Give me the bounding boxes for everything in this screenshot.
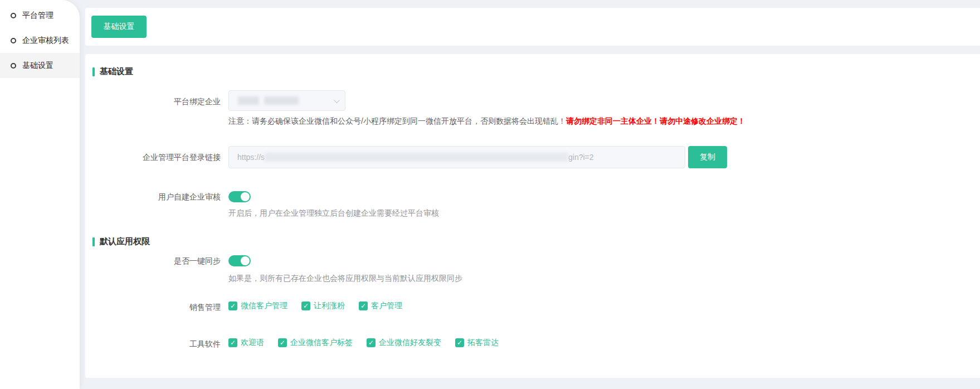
note-warning-text: 请勿绑定非同一主体企业！请勿中途修改企业绑定！	[566, 116, 745, 125]
checkbox-label: 客户管理	[371, 301, 402, 311]
checkbox-checked-icon: ✓	[278, 338, 287, 347]
tool-software-options: ✓ 欢迎语 ✓ 企业微信客户标签 ✓ 企业微信好友裂变 ✓ 拓客雷达	[228, 338, 499, 348]
circle-icon	[11, 63, 16, 69]
section-marker-bar	[92, 237, 95, 246]
redacted-text	[265, 153, 568, 162]
one-key-sync-toggle[interactable]	[228, 255, 251, 266]
login-link-label: 企业管理平台登录链接	[92, 152, 221, 163]
tab-bar: 基础设置	[85, 8, 980, 46]
link-suffix: gin?i=2	[568, 153, 594, 162]
checkbox-label: 企业微信客户标签	[290, 338, 353, 348]
checkbox-option[interactable]: ✓ 让利涨粉	[301, 301, 345, 311]
section-title: 基础设置	[100, 66, 133, 77]
checkbox-checked-icon: ✓	[359, 302, 368, 310]
tool-software-label: 工具软件	[92, 338, 221, 349]
self-build-audit-helper: 开启后，用户在企业管理独立后台创建企业需要经过平台审核	[228, 208, 439, 218]
checkbox-option[interactable]: ✓ 客户管理	[359, 301, 402, 311]
checkbox-option[interactable]: ✓ 欢迎语	[228, 338, 264, 348]
sales-manage-options: ✓ 微信客户管理 ✓ 让利涨粉 ✓ 客户管理	[228, 301, 402, 311]
checkbox-option[interactable]: ✓ 企业微信客户标签	[278, 338, 353, 348]
checkbox-checked-icon: ✓	[228, 302, 237, 310]
checkbox-checked-icon: ✓	[367, 338, 376, 347]
self-build-audit-label: 用户自建企业审核	[92, 191, 221, 202]
checkbox-label: 让利涨粉	[314, 301, 345, 311]
sidebar-item[interactable]: 基础设置	[0, 53, 80, 78]
section-default-permissions: 默认应用权限	[92, 236, 150, 247]
checkbox-label: 微信客户管理	[241, 301, 287, 311]
copy-button[interactable]: 复制	[688, 146, 727, 168]
checkbox-label: 拓客雷达	[467, 338, 499, 348]
one-key-sync-label: 是否一键同步	[92, 255, 221, 266]
checkbox-label: 欢迎语	[241, 338, 264, 348]
sidebar-item[interactable]: 平台管理	[0, 3, 80, 28]
sidebar-item-label: 基础设置	[22, 61, 53, 71]
company-select[interactable]	[228, 90, 345, 111]
checkbox-label: 企业微信好友裂变	[379, 338, 441, 348]
redacted-text	[238, 96, 259, 105]
chevron-down-icon	[334, 96, 340, 103]
settings-panel: 基础设置 平台绑定企业 注意：请务必确保该企业微信和公众号/小程序绑定到同一微信…	[85, 54, 980, 378]
sidebar-item-label: 企业审核列表	[22, 36, 69, 46]
redacted-text	[264, 96, 299, 105]
sidebar-item-label: 平台管理	[22, 11, 53, 21]
checkbox-option[interactable]: ✓ 拓客雷达	[455, 338, 499, 348]
section-title: 默认应用权限	[100, 236, 150, 247]
sidebar-item[interactable]: 企业审核列表	[0, 28, 80, 53]
section-marker-bar	[92, 67, 95, 76]
one-key-sync-helper: 如果是，则所有已存在企业也会将应用权限与当前默认应用权限同步	[228, 274, 462, 284]
bind-company-note: 注意：请务必确保该企业微信和公众号/小程序绑定到同一微信开放平台，否则数据将会出…	[228, 116, 745, 127]
checkbox-option[interactable]: ✓ 微信客户管理	[228, 301, 287, 311]
toggle-knob	[241, 192, 250, 201]
login-link-input[interactable]: https://s gin?i=2	[228, 146, 685, 168]
sidebar: 平台管理 企业审核列表 基础设置	[0, 0, 80, 389]
sales-manage-label: 销售管理	[92, 302, 221, 313]
circle-icon	[11, 38, 16, 43]
checkbox-checked-icon: ✓	[455, 338, 464, 347]
note-text: 注意：请务必确保该企业微信和公众号/小程序绑定到同一微信开放平台，否则数据将会出…	[228, 116, 566, 125]
toggle-knob	[241, 256, 250, 265]
checkbox-checked-icon: ✓	[228, 338, 237, 347]
checkbox-option[interactable]: ✓ 企业微信好友裂变	[367, 338, 441, 348]
bind-company-label: 平台绑定企业	[92, 96, 221, 107]
checkbox-checked-icon: ✓	[301, 302, 310, 310]
tab-basic-settings[interactable]: 基础设置	[91, 16, 147, 38]
link-prefix: https://s	[237, 153, 265, 162]
self-build-audit-toggle[interactable]	[228, 191, 251, 202]
circle-icon	[11, 13, 16, 18]
section-basic-settings: 基础设置	[92, 66, 133, 77]
